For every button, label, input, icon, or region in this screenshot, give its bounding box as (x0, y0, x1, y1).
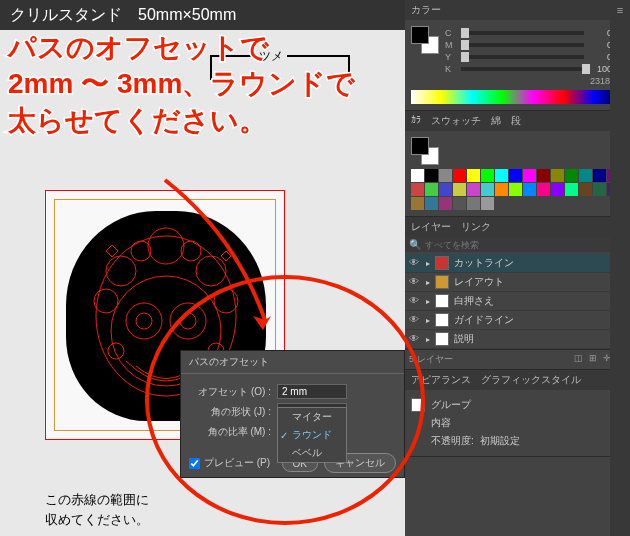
sw-tab-3[interactable]: 段 (511, 114, 521, 128)
swatch[interactable] (551, 183, 564, 196)
svg-point-7 (196, 256, 226, 286)
appearance-tab[interactable]: アピアランス (411, 373, 471, 387)
swatch[interactable] (453, 169, 466, 182)
swatch[interactable] (411, 183, 424, 196)
swatch[interactable] (453, 183, 466, 196)
swatch[interactable] (495, 169, 508, 182)
chevron-right-icon[interactable]: ▸ (426, 335, 430, 344)
svg-point-5 (180, 313, 196, 329)
dock-sidebar: ≡ (610, 0, 630, 536)
dd-round[interactable]: ラウンド (278, 426, 346, 444)
swatch[interactable] (551, 169, 564, 182)
dd-bevel[interactable]: ベベル (278, 444, 346, 462)
swatch[interactable] (467, 197, 480, 210)
layer-new-sub-icon[interactable]: ⊞ (589, 353, 597, 366)
layer-row[interactable]: 👁▸白押さえ (405, 292, 630, 311)
swatch[interactable] (509, 183, 522, 196)
swatch[interactable] (579, 169, 592, 182)
swatch[interactable] (453, 197, 466, 210)
layer-name[interactable]: ガイドライン (454, 313, 613, 327)
y-val[interactable]: 0 (588, 52, 612, 62)
caption: この赤線の範囲に収めてください。 (45, 490, 149, 529)
swatch[interactable] (537, 183, 550, 196)
swatch[interactable] (481, 183, 494, 196)
swatch[interactable] (481, 169, 494, 182)
layer-collect-icon[interactable]: ◫ (574, 353, 583, 366)
swatch[interactable] (411, 197, 424, 210)
dd-miter[interactable]: マイター (278, 408, 346, 426)
chevron-right-icon[interactable]: ▸ (426, 259, 430, 268)
layer-row[interactable]: 👁▸ガイドライン (405, 311, 630, 330)
title: クリルスタンド 50mm×50mm (10, 5, 236, 26)
swatch[interactable] (523, 169, 536, 182)
svg-point-12 (181, 241, 201, 261)
m-val[interactable]: 0 (588, 40, 612, 50)
preview-checkbox[interactable]: プレビュー (P) (189, 456, 270, 470)
swatch[interactable] (495, 183, 508, 196)
layer-row[interactable]: 👁▸説明 (405, 330, 630, 349)
sw-tab-2[interactable]: 綿 (491, 114, 501, 128)
m-slider[interactable] (461, 43, 584, 47)
color-tab[interactable]: カラー (411, 3, 441, 17)
layer-count: 5 レイヤー (409, 353, 453, 366)
visibility-icon[interactable]: 👁 (409, 276, 421, 288)
layer-name[interactable]: レイアウト (454, 275, 613, 289)
chevron-right-icon[interactable]: ▸ (426, 316, 430, 325)
chevron-right-icon[interactable]: ▸ (426, 297, 430, 306)
swatch[interactable] (411, 169, 424, 182)
visibility-icon[interactable]: 👁 (409, 257, 421, 269)
layer-name[interactable]: カットライン (454, 256, 613, 270)
swatch[interactable] (439, 169, 452, 182)
layer-name[interactable]: 白押さえ (454, 294, 613, 308)
links-tab[interactable]: リンク (461, 220, 491, 234)
swatch[interactable] (509, 169, 522, 182)
sw-tab-0[interactable]: ｶﾗ (411, 114, 421, 128)
layer-search-input[interactable] (425, 240, 626, 250)
visibility-icon[interactable]: 👁 (409, 295, 421, 307)
visibility-icon[interactable]: 👁 (409, 314, 421, 326)
chevron-right-icon[interactable]: ▸ (426, 278, 430, 287)
offset-path-dialog: パスのオフセット オフセット (O) : 角の形状 (J) : ラウンド 角の比… (180, 350, 405, 478)
swatch[interactable] (593, 169, 606, 182)
swatch[interactable] (425, 197, 438, 210)
offset-label: オフセット (O) : (189, 385, 277, 399)
swatch[interactable] (579, 183, 592, 196)
layer-swatch (435, 294, 449, 308)
swatch[interactable] (467, 183, 480, 196)
gstyle-tab[interactable]: グラフィックスタイル (481, 373, 581, 387)
y-label: Y (445, 52, 457, 62)
swatch[interactable] (565, 169, 578, 182)
swatch[interactable] (425, 183, 438, 196)
swatch-fgbg[interactable] (411, 137, 439, 165)
visibility-icon[interactable]: 👁 (409, 333, 421, 345)
layer-search[interactable]: 🔍 (405, 237, 630, 252)
layer-name[interactable]: 説明 (454, 332, 613, 346)
opacity-val[interactable]: 初期設定 (480, 434, 520, 448)
c-val[interactable]: 0 (588, 28, 612, 38)
app-swatch[interactable] (411, 398, 425, 412)
offset-input[interactable] (277, 384, 347, 399)
dock-icon[interactable]: ≡ (613, 4, 627, 18)
color-spectrum[interactable] (411, 90, 624, 104)
layer-row[interactable]: 👁▸レイアウト (405, 273, 630, 292)
sw-tab-1[interactable]: スウォッチ (431, 114, 481, 128)
hex-value[interactable]: 231815 (411, 76, 624, 86)
swatch[interactable] (481, 197, 494, 210)
y-slider[interactable] (461, 55, 584, 59)
swatch[interactable] (439, 183, 452, 196)
swatch[interactable] (467, 169, 480, 182)
swatch[interactable] (523, 183, 536, 196)
layers-tab[interactable]: レイヤー (411, 220, 451, 234)
swatch[interactable] (439, 197, 452, 210)
swatch[interactable] (537, 169, 550, 182)
swatch[interactable] (565, 183, 578, 196)
k-val[interactable]: 100 (588, 64, 612, 74)
layers-panel: レイヤー リンク 🔍 👁▸カットライン👁▸レイアウト👁▸白押さえ👁▸ガイドライン… (405, 217, 630, 370)
color-fgbg[interactable] (411, 26, 439, 54)
swatch[interactable] (425, 169, 438, 182)
tsume-label: ツメ (255, 48, 287, 65)
swatch[interactable] (593, 183, 606, 196)
c-slider[interactable] (461, 31, 584, 35)
layer-row[interactable]: 👁▸カットライン (405, 254, 630, 273)
k-slider[interactable] (461, 67, 584, 71)
